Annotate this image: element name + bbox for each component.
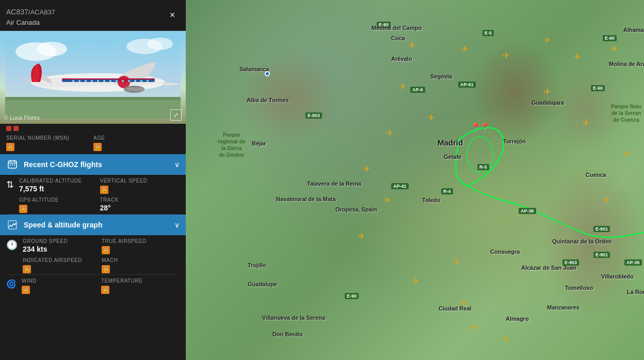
svg-rect-20 [116, 80, 118, 82]
city-toledo: Toledo [422, 197, 440, 203]
serial-label: SERIAL NUMBER (MSN) [6, 135, 92, 141]
flight-callsign: AC837/ACA837 [6, 4, 55, 18]
track-value: 28° [100, 204, 180, 212]
serial-lock-icon: 🔒 [6, 143, 14, 151]
recent-flights-header-left: Recent C-GHOZ flights [6, 158, 102, 171]
ground-speed-cell: GROUND SPEED 234 kts [23, 238, 101, 254]
svg-rect-6 [5, 97, 181, 100]
altitude-icon: ⇅ [6, 179, 14, 190]
wind-cell: WIND 🔒 [22, 278, 100, 294]
svg-rect-14 [78, 80, 81, 82]
graph-icon [6, 219, 19, 231]
altitude-grid: CALIBRATED ALTITUDE 7,575 ft VERTICAL SP… [19, 178, 180, 194]
gps-track-grid: GPS ALTITUDE 🔒 TRACK 28° [19, 197, 180, 213]
city-coca: Coca [391, 35, 405, 41]
highway-e901-2: E-901 [593, 252, 610, 258]
svg-rect-13 [72, 80, 74, 82]
city-oropesa: Oropesa, Spain [335, 206, 377, 212]
callsign-alt: /ACA837 [28, 8, 55, 16]
city-guadalupe: Guadalupe [248, 281, 277, 287]
aircraft-illustration [0, 31, 186, 124]
photo-credit: © Luca Flores [4, 114, 40, 121]
wind-icon: 🌀 [6, 279, 17, 289]
svg-rect-32 [14, 165, 15, 166]
recent-flights-chevron: ∨ [174, 160, 180, 169]
svg-rect-23 [134, 80, 136, 82]
city-bejar: Béjar [252, 140, 266, 146]
recent-flights-header[interactable]: Recent C-GHOZ flights ∨ [0, 154, 186, 175]
highway-ap61: AP-61 [458, 81, 476, 88]
age-lock-icon: 🔒 [93, 143, 102, 151]
true-airspeed-lock: 🔒 [102, 246, 110, 254]
map-area[interactable]: Parqueregional dela Sierrade Gredos Parq… [186, 0, 644, 360]
wind-data: WIND 🔒 TEMPERATURE 🔒 [22, 278, 180, 294]
speed-graph-header-left: Speed & altitude graph [6, 219, 102, 231]
city-salamanca: Salamanca [239, 66, 269, 72]
city-madrid: Madrid [438, 138, 463, 147]
city-ciudad-real: Ciudad Real [439, 305, 472, 312]
highway-e90-1: E-90 [603, 35, 617, 41]
highway-e803: E-803 [305, 112, 322, 119]
expand-icon[interactable]: ⤢ [170, 109, 182, 121]
highway-e901-1: E-901 [593, 226, 610, 232]
park-label-1: Parqueregional dela Sierrade Gredos [218, 132, 245, 158]
city-torrejon: Torrejón [503, 138, 526, 144]
vertical-speed-lock: 🔒 [100, 186, 108, 194]
gps-alt-label: GPS ALTITUDE [19, 197, 99, 203]
clock-icon: 🕐 [6, 239, 18, 251]
red-dot-2 [13, 126, 19, 131]
ground-speed-value: 234 kts [23, 245, 101, 253]
age-cell: AGE 🔒 [93, 135, 180, 151]
red-dot-1 [6, 126, 11, 131]
age-label: AGE [93, 135, 180, 141]
wind-temp-grid: WIND 🔒 TEMPERATURE 🔒 [22, 278, 180, 294]
city-medina: Medina del Campo [372, 25, 422, 31]
svg-rect-31 [12, 165, 13, 166]
svg-rect-12 [126, 88, 144, 91]
calendar-icon [6, 158, 19, 171]
highway-r4: R-4 [441, 188, 453, 194]
speed-graph-header[interactable]: Speed & altitude graph ∨ [0, 215, 186, 235]
salamanca-pin [265, 71, 270, 76]
wind-label: WIND [22, 278, 100, 284]
gps-alt-cell: GPS ALTITUDE 🔒 [19, 197, 99, 213]
speed-grid: GROUND SPEED 234 kts TRUE AIRSPEED 🔒 [23, 238, 180, 254]
flight-title-area: AC837/ACA837 Air Canada [6, 4, 55, 26]
city-molina: Molina de Aragón [609, 61, 644, 67]
city-consuegra: Consuegra [490, 249, 520, 255]
svg-rect-30 [10, 165, 11, 166]
speed-row: 🕐 GROUND SPEED 234 kts TRUE AIRSPEED 🔒 I… [0, 235, 186, 274]
temperature-lock-icon: 🔒 [101, 286, 109, 294]
mach-lock-icon: 🔒 [102, 265, 110, 273]
calibrated-alt-label: CALIBRATED ALTITUDE [19, 178, 99, 184]
wind-lock-icon: 🔒 [22, 286, 30, 294]
speed-graph-chevron: ∨ [174, 221, 180, 229]
city-la-roda: La Roda [627, 289, 644, 295]
speed-data: GROUND SPEED 234 kts TRUE AIRSPEED 🔒 IND… [23, 238, 180, 273]
highway-ap36-2: AP-36 [624, 259, 642, 266]
gps-lock-icon: 🔒 [19, 205, 27, 213]
city-alhama: Alhama de Aragón [623, 27, 644, 33]
vertical-speed-label: VERTICAL SPEED [100, 178, 180, 184]
city-almagro: Almagro [506, 316, 529, 322]
flight-info-panel: AC837/ACA837 Air Canada × [0, 0, 186, 360]
svg-rect-25 [147, 80, 149, 82]
city-villarobledo: Villarobledo [601, 273, 634, 280]
city-guadalajara: Guadalajara [532, 100, 564, 106]
highway-e5: E-5 [482, 30, 494, 36]
city-manzanares: Manzanares [547, 304, 579, 310]
highway-ap6: AP-6 [410, 87, 425, 93]
mach-cell: MACH 🔒 [102, 257, 180, 273]
city-getafe: Getafe [444, 154, 461, 160]
vertical-speed-cell: VERTICAL SPEED 🔒 [100, 178, 180, 194]
track-label: TRACK [100, 197, 180, 203]
info-area: SERIAL NUMBER (MSN) 🔒 AGE 🔒 Recent C-GHO… [0, 124, 186, 360]
svg-rect-9 [62, 78, 155, 79]
speed-graph-label: Speed & altitude graph [24, 221, 102, 229]
close-button[interactable]: × [165, 8, 180, 23]
calibrated-alt-value: 7,575 ft [19, 185, 99, 193]
city-cuenca: Cuenca [586, 172, 606, 178]
ias-label: INDICATED AIRSPEED [23, 257, 101, 263]
svg-point-2 [36, 42, 67, 56]
lock-dots-row [0, 124, 186, 133]
